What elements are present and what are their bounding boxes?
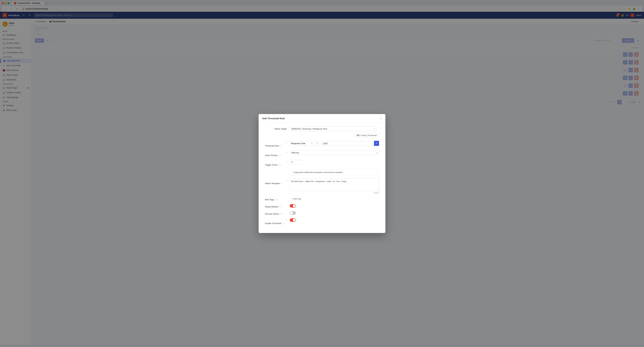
recover-notice-help-icon: ⓘ bbox=[280, 212, 282, 215]
bind-tags-row: Bind Tags ⓘ: + New Tag bbox=[265, 197, 379, 201]
notice-template-row: Notice Template ⓘ: Attention! website re… bbox=[265, 178, 379, 194]
alarm-priority-select[interactable]: Warning Critical Emergency bbox=[290, 150, 379, 155]
trigger-times-control bbox=[290, 160, 379, 164]
toggle-knob bbox=[290, 212, 293, 214]
enable-threshold-row: Enable Threshold ⓘ: bbox=[265, 218, 379, 225]
metric-target-row: Metric Target: WEBSITE / Summary / Respo… bbox=[265, 127, 379, 131]
recover-notice-row: Recover Notice ⓘ: bbox=[265, 211, 379, 215]
global-default-row: Global Default ⓘ: bbox=[265, 204, 379, 208]
alarm-priority-help-icon: ⓘ bbox=[278, 154, 280, 157]
metric-target-control: WEBSITE / Summary / Response Time bbox=[290, 127, 376, 131]
env-vars-row: › Supported notification template enviro… bbox=[265, 169, 379, 175]
threshold-rule-control: Response Time ▾ > + bbox=[290, 141, 379, 146]
enable-threshold-toggle[interactable] bbox=[290, 218, 296, 222]
notice-template-label: Notice Template ⓘ: bbox=[265, 178, 287, 185]
coding-threshold-row: ⌨ Coding Threshold bbox=[265, 133, 379, 138]
modal-overlay: Edit Threshold Rule × Metric Target: WEB… bbox=[0, 0, 644, 344]
modal-title: Edit Threshold Rule bbox=[262, 117, 285, 120]
bind-tags-control: + New Tag bbox=[290, 197, 379, 201]
notice-template-help-icon: ⓘ bbox=[280, 182, 282, 185]
modal-close-button[interactable]: × bbox=[380, 117, 382, 120]
notice-template-counter: 45/200 bbox=[290, 192, 379, 194]
edit-threshold-modal: Edit Threshold Rule × Metric Target: WEB… bbox=[258, 114, 386, 233]
alarm-priority-row: Alarm Priority ⓘ: Warning Critical Emerg… bbox=[265, 150, 379, 157]
threshold-rule-inputs: Response Time ▾ > + bbox=[290, 141, 379, 146]
notice-template-input[interactable]: Attention! website response time is too … bbox=[290, 178, 379, 191]
threshold-value-input[interactable] bbox=[321, 141, 373, 146]
plus-icon: + bbox=[376, 142, 378, 145]
trigger-times-label: Trigger Times ⓘ: bbox=[265, 160, 287, 166]
env-vars-section[interactable]: › Supported notification template enviro… bbox=[290, 169, 379, 175]
metric-target-select-wrapper: WEBSITE / Summary / Response Time bbox=[290, 127, 376, 131]
threshold-add-button[interactable]: + bbox=[374, 141, 379, 146]
threshold-rule-row: Threshold Rule ⓘ: Response Time ▾ > bbox=[265, 141, 379, 147]
threshold-operator: > bbox=[315, 141, 320, 146]
modal-header: Edit Threshold Rule × bbox=[258, 114, 386, 123]
bind-tags-help-icon: ⓘ bbox=[274, 198, 277, 201]
threshold-rule-label: Threshold Rule ⓘ: bbox=[265, 141, 287, 147]
env-vars-control: › Supported notification template enviro… bbox=[290, 169, 379, 175]
threshold-rule-help-icon: ⓘ bbox=[280, 144, 282, 147]
global-default-control bbox=[290, 204, 379, 208]
chevron-right-icon: › bbox=[292, 171, 293, 174]
enable-threshold-label: Enable Threshold ⓘ: bbox=[265, 218, 287, 225]
alarm-priority-select-wrapper: Warning Critical Emergency bbox=[290, 150, 379, 155]
recover-notice-label: Recover Notice ⓘ: bbox=[265, 211, 287, 215]
env-vars-label: Supported notification template environm… bbox=[294, 171, 343, 174]
alarm-priority-label: Alarm Priority ⓘ: bbox=[265, 150, 287, 157]
global-default-label: Global Default ⓘ: bbox=[265, 204, 287, 208]
global-default-toggle[interactable] bbox=[290, 204, 296, 208]
coding-threshold-button[interactable]: ⌨ Coding Threshold bbox=[354, 133, 379, 138]
alarm-priority-control: Warning Critical Emergency bbox=[290, 150, 379, 155]
modal-body: Metric Target: WEBSITE / Summary / Respo… bbox=[258, 123, 386, 233]
code-icon: ⌨ bbox=[356, 134, 360, 137]
bind-tags-label: Bind Tags ⓘ: bbox=[265, 197, 287, 201]
toggle-knob bbox=[293, 204, 296, 207]
enable-threshold-control bbox=[290, 218, 379, 222]
metric-target-select[interactable]: WEBSITE / Summary / Response Time bbox=[290, 127, 376, 131]
trigger-times-input[interactable] bbox=[290, 160, 302, 164]
metric-target-label: Metric Target: bbox=[265, 127, 287, 130]
trigger-times-help-icon: ⓘ bbox=[278, 163, 280, 166]
recover-notice-control bbox=[290, 211, 379, 215]
recover-notice-toggle[interactable] bbox=[290, 211, 296, 215]
global-default-help-icon: ⓘ bbox=[278, 205, 281, 208]
enable-threshold-help-icon: ⓘ bbox=[282, 222, 284, 225]
trigger-times-row: Trigger Times ⓘ: bbox=[265, 160, 379, 166]
threshold-metric-wrapper: Response Time ▾ bbox=[290, 141, 314, 146]
notice-template-control: Attention! website response time is too … bbox=[290, 178, 379, 194]
threshold-metric-select[interactable]: Response Time bbox=[290, 141, 314, 146]
new-tag-button[interactable]: + New Tag bbox=[290, 197, 303, 201]
toggle-knob bbox=[293, 219, 296, 222]
